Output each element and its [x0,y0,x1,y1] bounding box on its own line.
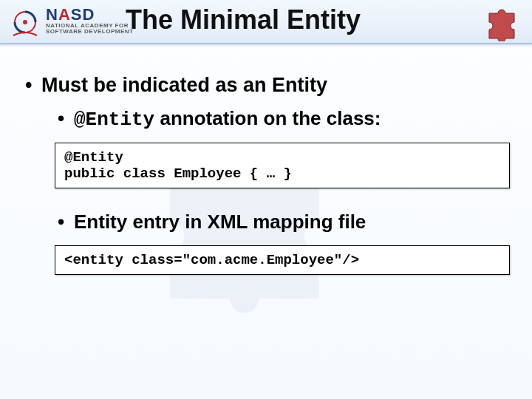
header-bar: NASD NATIONAL ACADEMY FOR SOFTWARE DEVEL… [0,0,532,44]
bullet-level2-xml: Entity entry in XML mapping file [22,211,510,233]
content-area: Must be indicated as an Entity @Entity a… [22,74,510,297]
bullet-level2-annotation: @Entity annotation on the class: [22,107,510,131]
logo-swirl-icon [7,4,43,40]
brand-n: N [46,5,58,24]
brand-sub2: SOFTWARE DEVELOPMENT [46,29,133,35]
code-block-xml: <entity class="com.acme.Employee"/> [55,245,510,275]
brand-text: NASD NATIONAL ACADEMY FOR SOFTWARE DEVEL… [46,6,133,35]
bullet2a-text: annotation on the class: [154,107,381,129]
slide-title: The Minimal Entity [126,4,361,35]
code-block-java: @Entity public class Employee { … } [55,143,510,188]
svg-point-1 [23,20,27,24]
bullet-level1: Must be indicated as an Entity [22,74,510,97]
inline-code: @Entity [74,109,154,131]
brand-sd: SD [71,5,95,24]
puzzle-piece-icon [483,3,522,41]
brand-a: A [58,5,71,24]
slide: NASD NATIONAL ACADEMY FOR SOFTWARE DEVEL… [0,0,532,399]
